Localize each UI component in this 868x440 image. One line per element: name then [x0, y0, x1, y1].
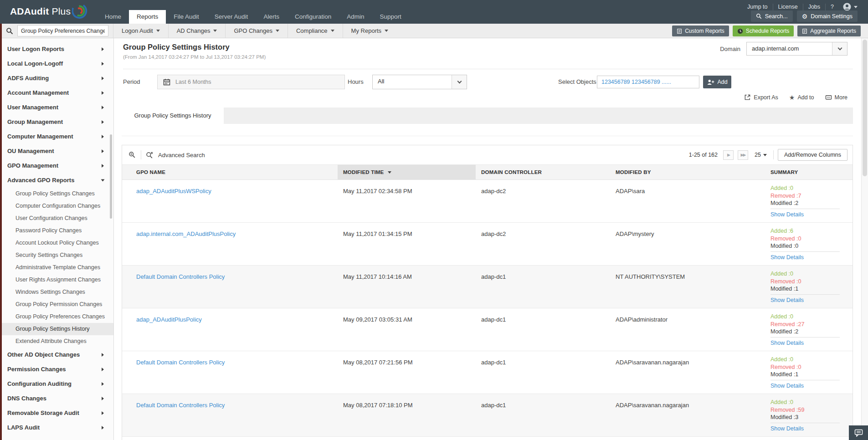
nav-tab[interactable]: Server Audit	[207, 10, 256, 24]
table-header: GPO NAME MODIFIED TIME DOMAIN CONTROLLER…	[122, 164, 853, 180]
search-button[interactable]: Search...	[751, 10, 793, 22]
gpo-name-link[interactable]: Default Domain Controllers Policy	[136, 402, 225, 409]
sidebar-item[interactable]: DNS Changes	[0, 391, 113, 406]
column-header-gpo-name[interactable]: GPO NAME	[122, 165, 338, 179]
sidebar-item[interactable]: Advanced GPO Reports	[0, 173, 113, 188]
sidebar-item[interactable]: Permission Changes	[0, 362, 113, 377]
sidebar-item[interactable]: Security Settings Changes	[0, 249, 113, 261]
column-header-domain-controller[interactable]: DOMAIN CONTROLLER	[476, 165, 610, 179]
report-menu-item[interactable]: GPO Changes	[225, 24, 288, 38]
next-page-button[interactable]: ▶	[723, 150, 734, 160]
sidebar-item[interactable]: Computer Management	[0, 129, 113, 144]
modified-by-cell: NT AUTHORITY\SYSTEM	[610, 266, 765, 308]
hours-select[interactable]: All	[372, 75, 467, 89]
sidebar-item[interactable]: Group Management	[0, 115, 113, 129]
last-page-button[interactable]: ▶▶	[738, 150, 748, 160]
tab-group-policy-settings-history[interactable]: Group Policy Settings History	[122, 107, 224, 124]
show-details-link[interactable]: Show Details	[770, 211, 804, 219]
chat-button[interactable]	[849, 425, 868, 440]
main-nav: Home Reports File Audit Server Audit Ale…	[97, 10, 409, 24]
more-button[interactable]: More	[825, 94, 847, 101]
domain-settings-button[interactable]: ⚙ Domain Settings	[797, 10, 858, 22]
sidebar-item[interactable]: Group Policy Preferences Changes	[0, 311, 113, 323]
nav-tab[interactable]: Configuration	[287, 10, 339, 24]
gpo-name-link[interactable]: adap.internal.com_ADAuditPlusPolicy	[136, 230, 236, 237]
nav-tab[interactable]: Admin	[339, 10, 372, 24]
advanced-search-icon[interactable]	[146, 151, 154, 159]
sidebar-item[interactable]: Password Policy Changes	[0, 225, 113, 237]
report-menu-item[interactable]: AD Changes	[168, 24, 226, 38]
sidebar-item[interactable]: Removable Storage Audit	[0, 406, 113, 420]
page-size-select[interactable]: 25	[755, 152, 767, 158]
sidebar-item[interactable]: Administrative Template Changes	[0, 261, 113, 274]
sidebar-item[interactable]: Other AD Object Changes	[0, 348, 113, 362]
domain-select[interactable]: adap.internal.com	[746, 42, 847, 56]
gpo-name-link[interactable]: adap_ADAuditPlusPolicy	[136, 316, 202, 323]
aggregate-reports-button[interactable]: Aggregate Reports	[797, 26, 861, 36]
nav-tab[interactable]: Reports	[129, 10, 166, 24]
search-in-results-icon[interactable]	[128, 151, 136, 159]
sidebar-item[interactable]: User Management	[0, 100, 113, 115]
export-as-button[interactable]: Export As	[744, 94, 778, 101]
select-objects-input[interactable]	[597, 76, 699, 88]
gpo-name-link[interactable]: adap_ADAuditPlusWSPolicy	[136, 188, 211, 194]
sidebar-item[interactable]: User Rights Assignment Changes	[0, 274, 113, 286]
topbar-link[interactable]: License	[773, 4, 803, 10]
show-details-link[interactable]: Show Details	[770, 297, 804, 304]
expand-arrow-icon	[102, 149, 104, 153]
sidebar-item[interactable]: User Logon Reports	[0, 42, 113, 56]
nav-tab[interactable]: Support	[372, 10, 409, 24]
sidebar-item[interactable]: Group Policy Settings History	[0, 323, 113, 335]
show-details-link[interactable]: Show Details	[770, 339, 804, 347]
sidebar-item[interactable]: Local Logon-Logoff	[0, 56, 113, 71]
gpo-name-link[interactable]: Default Domain Controllers Policy	[136, 359, 225, 366]
sidebar-item[interactable]: User Configuration Changes	[0, 212, 113, 225]
report-menu-item[interactable]: Compliance	[288, 24, 343, 38]
page-scrollbar[interactable]	[861, 38, 868, 440]
sidebar-item[interactable]: Computer Configuration Changes	[0, 200, 113, 212]
topbar-link[interactable]: Jobs	[803, 4, 825, 10]
domain-settings-label: Domain Settings	[811, 13, 853, 20]
column-header-modified-by[interactable]: MODIFIED BY	[610, 165, 765, 179]
sidebar-item[interactable]: Account Management	[0, 86, 113, 100]
app-logo[interactable]: ADAudit Plus	[10, 3, 89, 20]
nav-tab[interactable]: Alerts	[256, 10, 287, 24]
add-to-button[interactable]: ★ Add to	[789, 94, 814, 101]
sidebar-item[interactable]: LAPS Audit	[0, 420, 113, 435]
show-details-link[interactable]: Show Details	[770, 254, 804, 261]
add-objects-button[interactable]: Add	[703, 76, 731, 88]
nav-tab[interactable]: Home	[97, 10, 129, 24]
report-search-input[interactable]	[17, 25, 108, 36]
sidebar-scrollbar-thumb[interactable]	[110, 134, 112, 219]
expand-arrow-icon	[102, 426, 104, 430]
sidebar-item[interactable]: Configuration Auditing	[0, 377, 113, 391]
show-details-link[interactable]: Show Details	[770, 382, 804, 390]
modified-by-cell: ADAP\saravanan.nagarajan	[610, 351, 765, 394]
summary-cell: Added :0 Removed :0 Modified :1 Show Det…	[765, 266, 853, 308]
show-details-link[interactable]: Show Details	[770, 425, 804, 433]
sidebar-item[interactable]: Domain Object Changes	[0, 435, 113, 440]
sidebar-item[interactable]: Group Policy Permission Changes	[0, 298, 113, 311]
gpo-name-link[interactable]: Default Domain Controllers Policy	[136, 273, 225, 280]
custom-reports-button[interactable]: Custom Reports	[672, 26, 729, 36]
topbar-link[interactable]: Jump to	[742, 4, 772, 10]
sidebar-item[interactable]: Extended Attribute Changes	[0, 335, 113, 348]
sidebar-item[interactable]: Account Lockout Policy Changes	[0, 237, 113, 249]
report-menu-item[interactable]: My Reports	[343, 24, 396, 38]
user-menu[interactable]	[843, 3, 858, 11]
period-picker[interactable]: Last 6 Months	[157, 75, 345, 89]
sidebar-item[interactable]: OU Management	[0, 144, 113, 159]
report-menu-item[interactable]: Logon Audit	[113, 24, 168, 38]
sidebar-item[interactable]: GPO Management	[0, 159, 113, 173]
column-header-summary[interactable]: SUMMARY	[765, 165, 853, 179]
page-scrollbar-thumb[interactable]	[863, 40, 867, 176]
sidebar-item[interactable]: Group Policy Settings Changes	[0, 188, 113, 200]
add-remove-columns-button[interactable]: Add/Remove Columns	[778, 149, 847, 161]
sidebar-item[interactable]: Windows Settings Changes	[0, 286, 113, 298]
schedule-reports-button[interactable]: Schedule Reports	[733, 26, 794, 36]
sidebar-item[interactable]: ADFS Auditing	[0, 71, 113, 86]
nav-tab[interactable]: File Audit	[166, 10, 207, 24]
column-header-modified-time[interactable]: MODIFIED TIME	[338, 165, 476, 179]
topbar-link[interactable]: ?	[825, 4, 839, 10]
advanced-search-link[interactable]: Advanced Search	[158, 152, 205, 159]
